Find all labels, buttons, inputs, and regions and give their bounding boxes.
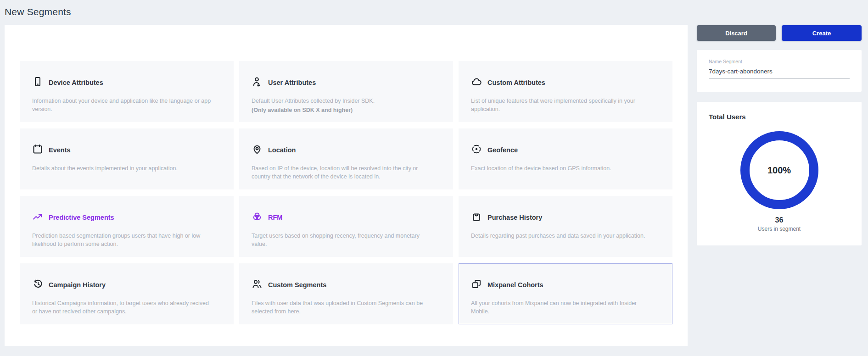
cloud-icon: [471, 76, 482, 89]
card-description: Exact location of the device based on GP…: [471, 164, 654, 172]
category-card-events[interactable]: Events Details about the events implemen…: [20, 128, 234, 189]
category-card-predictive-segments[interactable]: Predictive Segments Prediction based seg…: [20, 196, 234, 257]
category-card-user-attributes[interactable]: User Attributes Default User Attributes …: [239, 61, 453, 122]
discard-button[interactable]: Discard: [697, 25, 776, 41]
category-card-mixpanel-cohorts[interactable]: Mixpanel Cohorts All your cohorts from M…: [459, 263, 672, 324]
card-title: RFM: [268, 214, 282, 221]
card-description: Default User Attributes collected by Ins…: [252, 97, 434, 105]
create-button[interactable]: Create: [782, 25, 862, 41]
name-segment-card: Name Segment: [697, 50, 862, 92]
integration-squares-icon: [471, 278, 482, 291]
total-users-donut-chart: 100%: [740, 131, 819, 210]
card-description: Based on IP of the device, location will…: [252, 164, 434, 181]
card-description: List of unique features that were implem…: [471, 97, 654, 113]
name-segment-input[interactable]: [709, 68, 850, 78]
category-card-location[interactable]: Location Based on IP of the device, loca…: [239, 128, 453, 189]
card-description: Target users based on shopping recency, …: [252, 232, 434, 248]
history-clock-icon: [32, 278, 43, 291]
category-card-campaign-history[interactable]: Campaign History Historical Campaigns in…: [20, 263, 234, 324]
card-title: Events: [49, 146, 71, 154]
users-group-icon: [252, 278, 263, 291]
donut-percent-label: 100%: [740, 131, 819, 210]
category-card-rfm[interactable]: RFM Target users based on shopping recen…: [239, 196, 453, 257]
card-title: Purchase History: [487, 214, 542, 221]
page-title: New Segments: [5, 6, 71, 17]
users-count-caption: Users in segment: [709, 226, 850, 232]
total-users-card: Total Users 100% 36 Users in segment: [697, 102, 862, 245]
category-card-custom-segments[interactable]: Custom Segments Files with user data tha…: [239, 263, 453, 324]
smartphone-icon: [32, 76, 43, 89]
card-description: Prediction based segmentation groups use…: [32, 232, 215, 248]
users-count: 36: [709, 216, 850, 224]
segment-categories-panel: Choose a category before creating a new …: [5, 25, 688, 346]
card-description: Historical Campaigns information, to tar…: [32, 299, 215, 316]
category-card-device-attributes[interactable]: Device Attributes Information about your…: [20, 61, 234, 122]
venn-circles-icon: [252, 211, 263, 224]
category-card-purchase-history[interactable]: Purchase History Details regarding past …: [459, 196, 672, 257]
card-title: User Attributes: [268, 79, 316, 86]
card-description-note: (Only available on SDK X and higher): [252, 106, 434, 114]
map-pin-icon: [252, 144, 263, 156]
card-title: Campaign History: [49, 281, 106, 289]
calendar-icon: [32, 144, 43, 156]
card-description: All your cohorts from Mixpanel can now b…: [471, 299, 654, 316]
category-card-geofence[interactable]: Geofence Exact location of the device ba…: [459, 128, 672, 189]
card-description: Details about the events implemented in …: [32, 164, 215, 172]
shopping-bag-icon: [471, 211, 482, 224]
card-description: Details regarding past purchases and dat…: [471, 232, 654, 240]
category-card-custom-attributes[interactable]: Custom Attributes List of unique feature…: [459, 61, 672, 122]
name-segment-label: Name Segment: [709, 59, 850, 64]
card-title: Location: [268, 146, 296, 154]
card-title: Geofence: [487, 146, 518, 154]
total-users-title: Total Users: [709, 113, 850, 121]
card-title: Mixpanel Cohorts: [487, 281, 543, 289]
category-card-grid: Device Attributes Information about your…: [20, 61, 672, 324]
card-title: Custom Segments: [268, 281, 326, 289]
card-title: Predictive Segments: [49, 214, 114, 221]
card-description: Information about your device and applic…: [32, 97, 215, 113]
geofence-target-icon: [471, 144, 482, 156]
trending-up-icon: [32, 211, 43, 224]
card-title: Device Attributes: [49, 79, 103, 86]
user-icon: [252, 76, 263, 89]
card-description: Files with user data that was uploaded i…: [252, 299, 434, 316]
card-title: Custom Attributes: [487, 79, 545, 86]
